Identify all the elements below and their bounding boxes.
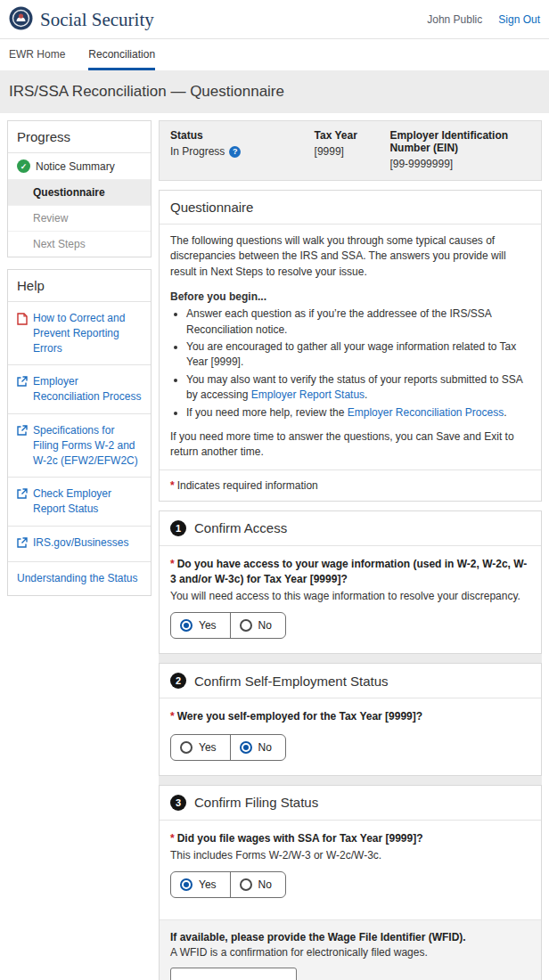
radio-label: Yes [199,878,217,891]
help-link-reporting-errors[interactable]: How to Correct and Prevent Reporting Err… [8,302,151,365]
radio-label: No [258,878,272,891]
page-title: IRS/SSA Reconciliation — Questionnaire [9,83,540,101]
q2-yes-radio[interactable]: Yes [171,735,230,760]
step-number-badge: 1 [170,520,186,536]
intro-bullet-list: Answer each question as if you’re the ad… [186,306,530,421]
question-section-title: Confirm Access [194,520,287,535]
radio-label: Yes [199,741,217,754]
progress-item-next-steps: Next Steps [8,232,151,257]
user-name: John Public [427,13,482,26]
help-link-reconciliation-process[interactable]: Employer Reconciliation Process [8,365,151,414]
tax-year-label: Tax Year [315,129,390,142]
wfid-label: If available, please provide the Wage Fi… [170,931,530,943]
intro-bullet: You may also want to verify the status o… [186,372,530,404]
intro-bullet: If you need more help, review the Employ… [186,405,530,421]
progress-title: Progress [8,121,151,153]
radio-label: No [258,741,272,754]
q3-yes-radio[interactable]: Yes [171,872,230,897]
radio-icon [180,878,193,891]
sign-out-link[interactable]: Sign Out [498,13,540,26]
questionnaire-heading: Questionnaire [160,191,541,224]
required-asterisk: * [170,558,175,570]
radio-icon [180,741,193,754]
help-link-label: Check Employer Report Status [33,486,142,517]
questions-container: 1 Confirm Access *Do you have access to … [159,510,542,980]
question-card-self-employment: 2 Confirm Self-Employment Status *Were y… [159,663,542,775]
status-label: Status [170,129,315,142]
q1-radio-group: Yes No [170,612,286,639]
help-link-specifications[interactable]: Specifications for Filing Forms W-2 and … [8,414,151,478]
help-link-label: Understanding the Status [17,571,137,586]
sidebar: Progress Notice Summary Questionnaire Re… [7,120,152,596]
ein-value: [99-9999999] [389,158,530,170]
progress-item-questionnaire[interactable]: Questionnaire [8,180,151,206]
question-section-title: Confirm Filing Status [194,795,318,810]
help-link-label: Employer Reconciliation Process [33,374,142,404]
app-header: Social Security John Public Sign Out [0,0,549,39]
employer-report-status-link[interactable]: Employer Report Status [251,388,365,401]
wfid-input[interactable] [170,968,297,980]
primary-nav: EWR Home Reconciliation [0,39,549,70]
nav-ewr-home[interactable]: EWR Home [9,48,65,70]
help-link-employer-report-status[interactable]: Check Employer Report Status [8,478,151,527]
help-title: Help [8,270,151,302]
employer-reconciliation-process-link[interactable]: Employer Reconciliation Process [348,406,504,419]
required-asterisk: * [170,479,175,492]
question-text: Did you file wages with SSA for Tax Year… [177,832,423,845]
pdf-icon [17,311,28,355]
radio-icon [240,878,252,891]
step-number-badge: 2 [170,673,186,689]
question-hint: You will need access to this wage inform… [170,590,530,602]
status-help-icon[interactable] [229,146,241,158]
question-text: Were you self-employed for the Tax Year … [177,710,422,723]
progress-item-label: Notice Summary [36,160,115,173]
ein-label: Employer Identification Number (EIN) [389,129,530,154]
progress-item-review: Review [8,206,151,232]
ssa-seal-icon [9,6,33,33]
required-note: Indicates required information [177,479,318,492]
intro-bullet: Answer each question as if you’re the ad… [186,306,530,338]
progress-item-notice-summary[interactable]: Notice Summary [8,153,151,180]
radio-icon [240,619,252,632]
status-value: In Progress [170,145,225,158]
help-link-understanding-status[interactable]: Understanding the Status [8,562,151,595]
q3-radio-group: Yes No [170,871,286,898]
before-you-begin-heading: Before you begin... [170,290,530,303]
external-link-icon [17,486,28,517]
help-link-label: IRS.gov/Businesses [33,535,128,552]
nav-reconciliation[interactable]: Reconciliation [88,48,155,70]
tax-year-value: [9999] [315,145,390,158]
main-content: Status In Progress Tax Year [9999] Emplo… [159,120,542,980]
wfid-hint: A WFID is a confirmation for electronica… [170,946,530,959]
question-text: Do you have access to your wage informat… [170,558,527,585]
brand: Social Security [9,6,154,33]
step-number-badge: 3 [170,795,186,811]
progress-item-label: Review [33,212,68,225]
radio-label: Yes [199,619,217,632]
required-asterisk: * [170,832,175,845]
progress-item-label: Questionnaire [33,186,105,199]
q3-no-radio[interactable]: No [230,872,285,897]
q2-no-radio[interactable]: No [230,735,285,760]
question-card-filing-status: 3 Confirm Filing Status *Did you file wa… [159,785,542,980]
required-asterisk: * [170,710,175,723]
status-bar: Status In Progress Tax Year [9999] Emplo… [159,120,542,181]
q1-yes-radio[interactable]: Yes [171,613,230,638]
radio-label: No [258,619,272,632]
external-link-icon [17,423,28,468]
intro-bullet: You are encouraged to gather all your wa… [186,339,530,371]
question-hint: This includes Forms W-2/W-3 or W-2c/W-3c… [170,849,530,862]
wfid-panel: If available, please provide the Wage Fi… [160,919,541,980]
external-link-icon [17,535,28,552]
question-section-title: Confirm Self-Employment Status [194,674,389,689]
check-circle-icon [17,159,30,173]
help-card: Help How to Correct and Prevent Reportin… [7,269,152,596]
progress-card: Progress Notice Summary Questionnaire Re… [7,120,152,257]
save-note: If you need more time to answer the ques… [170,429,530,461]
help-link-label: How to Correct and Prevent Reporting Err… [33,311,142,355]
help-link-irs-gov[interactable]: IRS.gov/Businesses [8,527,151,562]
help-link-label: Specifications for Filing Forms W-2 and … [33,423,142,468]
intro-paragraph: The following questions will walk you th… [170,233,530,280]
q1-no-radio[interactable]: No [230,613,285,638]
q2-radio-group: Yes No [170,734,286,761]
